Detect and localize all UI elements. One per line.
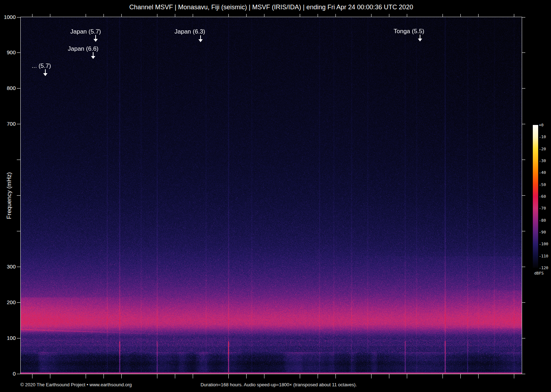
x-tick [460,374,461,378]
y-tick [17,52,20,53]
x-tick [50,14,50,17]
figure-title: Channel MSVF | Monasavu, Fiji (seismic) … [129,4,413,11]
y-tick [17,267,20,267]
colorbar-gradient [533,125,538,268]
x-tick [32,14,32,17]
y-tick-label: 800 [0,85,16,91]
colorbar-tick-label: -100 [539,242,549,246]
x-tick [175,374,175,378]
annotation-arrow-icon [93,35,98,42]
x-tick [478,14,479,17]
y-tick [17,338,20,338]
y-tick [17,88,20,89]
colorbar-tick-label: -110 [539,253,549,258]
x-tick [103,14,104,17]
spectrogram-canvas [21,17,522,374]
x-tick [193,14,193,17]
x-tick [228,374,229,378]
x-tick [121,14,122,17]
footer-credit: © 2020 The Earthsound Project • www.eart… [20,382,132,387]
x-tick [460,14,461,17]
annotation-arrow-icon [91,52,95,59]
colorbar-tick-label: -20 [539,146,546,151]
x-tick [335,14,336,17]
x-tick [514,14,514,17]
x-tick [157,374,157,378]
y-tick [522,231,525,231]
colorbar-unit: dBFS [534,271,544,276]
x-tick [264,14,264,17]
x-tick [318,374,318,378]
y-tick-label: 1000 [0,14,16,20]
y-tick-label: 700 [0,121,16,127]
x-tick [300,374,300,378]
y-tick-label: 0 [0,371,16,377]
y-tick [17,302,20,303]
y-tick [522,52,525,53]
spectrogram-figure: Channel MSVF | Monasavu, Fiji (seismic) … [0,0,551,392]
colorbar-tick-label: -50 [539,182,546,187]
x-tick [32,374,32,378]
y-tick [522,17,525,17]
annotation-label: ... (5.7) [32,62,51,70]
x-tick [246,14,247,17]
colorbar-tick-label: +0 [539,123,544,127]
x-tick [157,14,157,17]
y-tick [522,302,525,303]
annotation-label: Japan (6.6) [68,45,98,52]
x-tick [389,14,389,17]
x-tick [407,14,407,17]
y-tick [522,374,525,374]
x-tick [86,374,86,378]
colorbar-tick-label: -70 [539,206,546,211]
annotation-arrow-icon [418,35,422,41]
annotation-arrow-icon [198,35,203,42]
y-tick [17,160,20,160]
x-tick [371,14,371,17]
y-tick [522,267,525,267]
x-tick [264,374,264,378]
x-tick [300,14,300,17]
x-tick [335,374,336,378]
colorbar-tick-label: -30 [539,159,546,163]
y-tick [522,195,525,196]
y-tick [17,17,20,17]
y-tick-label: 300 [0,263,16,270]
x-tick [175,14,175,17]
x-tick [50,374,50,378]
colorbar-tick-label: -10 [539,135,546,139]
colorbar-tick-label: -60 [539,194,546,199]
y-tick [17,231,20,231]
annotation-label: Japan (6.3) [175,28,205,35]
annotation-arrow-icon [43,69,47,76]
footer-info: Duration=168 hours. Audio speed-up=1800×… [201,382,357,387]
x-tick [121,374,122,378]
x-tick [371,374,371,378]
x-tick [389,374,389,378]
x-tick [443,14,443,17]
x-tick [407,374,407,378]
colorbar-tick-label: -80 [539,218,546,222]
arrow-head-icon [198,39,203,42]
colorbar-tick-label: -90 [539,230,546,235]
arrow-head-icon [418,39,422,41]
y-tick [17,374,20,374]
arrow-head-icon [43,73,47,76]
y-tick-label: 200 [0,299,16,305]
y-tick [17,124,20,124]
colorbar-tick-label: -40 [539,170,546,175]
x-tick [86,14,86,17]
annotation-label: Japan (5.7) [70,28,101,35]
arrow-head-icon [93,39,98,42]
arrow-head-icon [91,56,95,59]
colorbar-tick-label: -120 [539,266,549,270]
annotation-label: Tonga (5.5) [394,28,424,35]
y-tick [522,160,525,160]
x-tick [103,374,104,378]
y-axis-title: Frequency (mHz) [6,172,13,219]
y-tick-label: 900 [0,49,16,55]
x-tick [318,14,318,17]
y-tick [522,88,525,89]
x-tick [478,374,479,378]
x-tick [443,374,443,378]
